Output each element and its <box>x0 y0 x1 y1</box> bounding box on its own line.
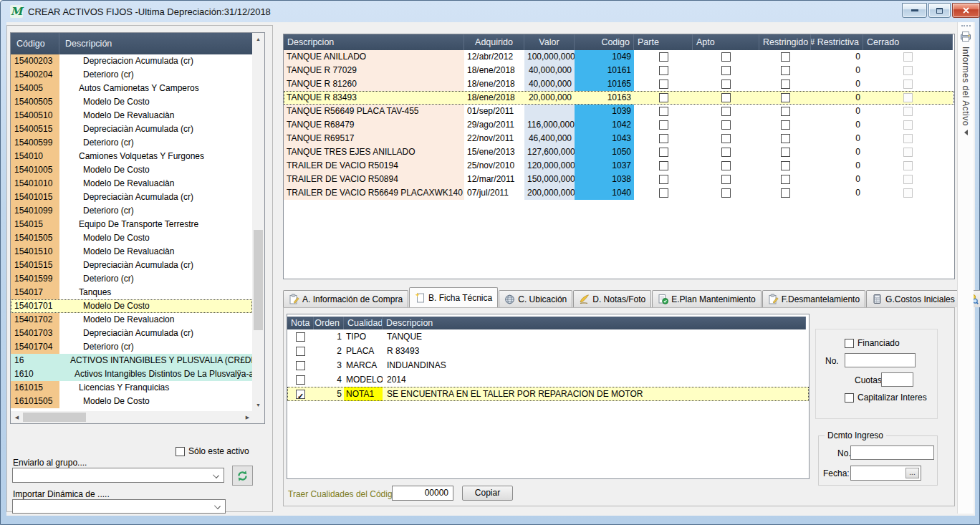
asset-row[interactable]: TANQUE R 8126018/ene/201840,000,00010165… <box>284 77 954 91</box>
asset-row[interactable]: TANQUE TRES EJES ANILLADO15/ene/2013127,… <box>284 145 954 159</box>
tab-g-costos-iniciales[interactable]: G.Costos Iniciales <box>866 290 961 307</box>
scroll-up-icon[interactable]: ▲ <box>252 33 264 45</box>
tree-row[interactable]: 15400599Deterioro (cr) <box>11 136 252 150</box>
fecha-input[interactable]: ... <box>850 466 921 481</box>
tree-row[interactable]: 154010Camiones Volquetas Y Furgones <box>11 150 252 163</box>
parte-checkbox[interactable] <box>659 134 668 143</box>
tree-row[interactable]: 15401010Modelo De Revaluaciàn <box>11 177 252 191</box>
tree-row[interactable]: 15401704Deterioro (cr) <box>11 340 252 354</box>
tree-row[interactable]: 15401510Modelo De Revaluaciàn <box>11 245 252 259</box>
asset-row[interactable]: TRAILER DE VACIO R5019425/nov/2010120,00… <box>284 159 954 173</box>
restringido-checkbox[interactable] <box>781 120 790 130</box>
tree-vertical-scrollbar[interactable]: ▲ ▼ <box>252 33 264 411</box>
informes-del-activo-tab[interactable]: Informes del Activo <box>957 22 974 514</box>
tree-row[interactable]: 154017Tanques <box>11 286 252 299</box>
asset-row[interactable]: TANQUE R6847929/ago/2011116,000,00010420 <box>284 118 954 132</box>
tab-a-información-de-compra[interactable]: A. Información de Compra <box>283 290 408 307</box>
tree-row[interactable]: 154005Autos Camionetas Y Camperos <box>11 82 252 95</box>
restringido-checkbox[interactable] <box>781 107 790 116</box>
nota-checkbox[interactable] <box>296 390 305 399</box>
tab-c-ubicación[interactable]: C. Ubicación <box>499 290 572 307</box>
parte-checkbox[interactable] <box>659 148 668 157</box>
solo-este-activo-checkbox[interactable]: Sólo este activo <box>176 446 249 456</box>
restringido-checkbox[interactable] <box>781 148 790 157</box>
tab-e-plan-mantenimiento[interactable]: E.Plan Mantenimiento <box>652 290 761 307</box>
financiado-checkbox-box[interactable] <box>845 339 854 348</box>
asset-row[interactable]: TANQUE R6951722/nov/201146,400,00010430 <box>284 132 954 145</box>
titlebar[interactable]: M CREAR ACTIVOS FIJOS -Ultima Depreciaci… <box>1 1 979 22</box>
asset-row[interactable]: TRAILER DE VACIO R56649 PLACAXWK14007/ju… <box>284 186 954 200</box>
restringido-checkbox[interactable] <box>781 175 790 184</box>
tree-row[interactable]: 15401505Modelo De Costo <box>11 231 252 245</box>
tree-row[interactable]: 161015Licencias Y Franquicias <box>11 381 252 395</box>
restringido-checkbox[interactable] <box>781 134 790 143</box>
tree-row[interactable]: 15401099Deterioro (cr) <box>11 204 252 218</box>
restringido-checkbox[interactable] <box>781 80 790 89</box>
tree-row[interactable]: 16ACTIVOS INTANGIBLES Y PLUSVALIA (CR£DI… <box>11 354 252 367</box>
fecha-picker-button[interactable]: ... <box>905 468 919 478</box>
tree-row[interactable]: 15401703Depreciaciàn Acumulada (cr) <box>11 327 252 340</box>
tree-row[interactable]: 15400203Depreciacion Acumulada (cr) <box>11 54 252 68</box>
quality-row[interactable]: 1TIPOTANQUE <box>287 329 809 344</box>
tree-row[interactable]: 1610Activos Intangibles Distintos De La … <box>11 367 252 381</box>
nota-checkbox[interactable] <box>296 332 305 342</box>
tree-row[interactable]: 15401702Modelo De Revaluacion <box>11 313 252 327</box>
parte-checkbox[interactable] <box>659 66 668 75</box>
restringido-checkbox[interactable] <box>781 161 790 170</box>
apto-checkbox[interactable] <box>721 188 731 198</box>
tree-row[interactable]: 15401005Modelo De Costo <box>11 163 252 177</box>
capitalizar-checkbox-box[interactable] <box>845 393 854 403</box>
apto-checkbox[interactable] <box>721 120 731 130</box>
tree-vscroll-thumb[interactable] <box>254 230 263 330</box>
nota-checkbox[interactable] <box>296 375 305 385</box>
apto-checkbox[interactable] <box>721 161 731 170</box>
restringido-checkbox[interactable] <box>781 188 790 198</box>
quality-row[interactable]: 5NOTA1SE ENCUENTRA EN EL TALLER POR REPA… <box>287 387 809 401</box>
cuotas-input[interactable] <box>881 372 913 387</box>
parte-checkbox[interactable] <box>659 107 668 116</box>
apto-checkbox[interactable] <box>721 93 731 102</box>
apto-checkbox[interactable] <box>721 66 731 75</box>
parte-checkbox[interactable] <box>659 188 668 198</box>
scroll-left-icon[interactable]: ◀ <box>11 411 23 423</box>
apto-checkbox[interactable] <box>721 134 731 143</box>
dcmto-no-input[interactable] <box>850 445 934 460</box>
restringido-checkbox[interactable] <box>781 66 790 75</box>
apto-checkbox[interactable] <box>721 80 731 89</box>
minimize-button[interactable] <box>902 3 927 18</box>
tree-row[interactable]: 15400204Deterioro (cr) <box>11 68 252 82</box>
asset-row[interactable]: TANQUE R56649 PLACA TAV-45501/sep/201110… <box>284 105 954 118</box>
scroll-down-icon[interactable]: ▼ <box>252 399 264 411</box>
tree-row[interactable]: 154015Equipo De Transporte Terrestre <box>11 218 252 231</box>
tree-row[interactable]: 15400515Depreciaciàn Acumulada (cr) <box>11 122 252 136</box>
copiar-button[interactable]: Copiar <box>462 486 513 501</box>
apto-checkbox[interactable] <box>721 175 731 184</box>
enviarlo-al-grupo-combobox[interactable] <box>12 468 224 483</box>
parte-checkbox[interactable] <box>659 80 668 89</box>
nota-checkbox[interactable] <box>296 347 305 356</box>
parte-checkbox[interactable] <box>659 120 668 130</box>
asset-row[interactable]: TANQUE ANILLADO12/abr/2012100,000,000104… <box>284 50 954 64</box>
parte-checkbox[interactable] <box>659 175 668 184</box>
solo-checkbox-box[interactable] <box>176 447 185 456</box>
tab-f-desmantelamiento[interactable]: F.Desmantelamiento <box>762 290 865 307</box>
maximize-button[interactable] <box>928 3 951 18</box>
tree-hscroll-thumb[interactable] <box>23 413 86 422</box>
apto-checkbox[interactable] <box>721 52 731 62</box>
restringido-checkbox[interactable] <box>781 93 790 102</box>
tree-row[interactable]: 16101505Modelo De Costo <box>11 395 252 408</box>
tree-row[interactable]: 15401599Deterioro (cr) <box>11 272 252 286</box>
codigo-copy-input[interactable]: 00000 <box>392 486 453 501</box>
asset-row[interactable]: TANQUE R 8349318/ene/201820,000,00010163… <box>284 91 954 105</box>
quality-row[interactable]: 4MODELO2014 <box>287 372 809 387</box>
tree-row[interactable]: 15401701Modelo De Costo <box>11 299 252 313</box>
asset-row[interactable]: TANQUE R 7702918/ene/201840,000,00010161… <box>284 64 954 77</box>
tree-row[interactable]: 15400510Modelo De Revaluaciàn <box>11 109 252 122</box>
asset-row[interactable]: TRAILER DE VACIO R5089412/mar/2011150,00… <box>284 173 954 186</box>
tree-horizontal-scrollbar[interactable]: ◀ ▶ <box>11 411 254 423</box>
tab-b-ficha-técnica[interactable]: B. Ficha Técnica <box>409 287 498 307</box>
capitalizar-interes-checkbox[interactable]: Capitalizar Interes <box>845 392 927 403</box>
financiado-checkbox[interactable]: Financiado <box>845 338 900 348</box>
close-button[interactable] <box>952 3 980 18</box>
parte-checkbox[interactable] <box>659 52 668 62</box>
